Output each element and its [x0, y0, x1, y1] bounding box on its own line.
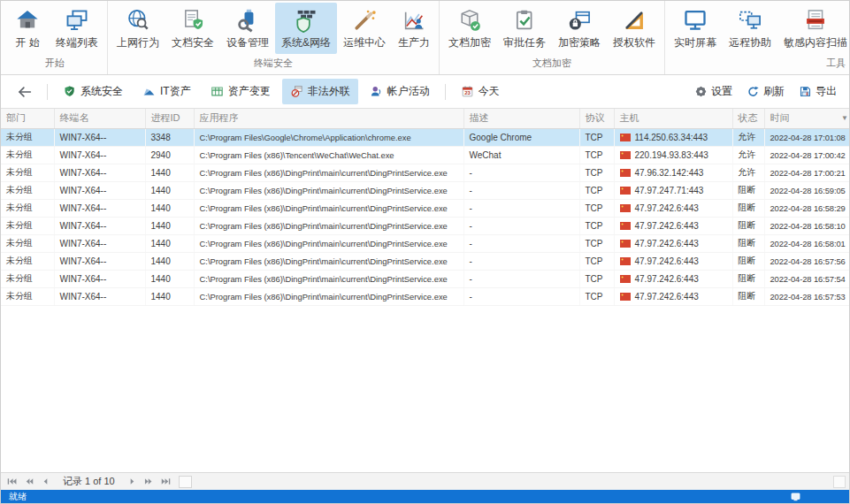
subbar-actions: 设置刷新导出	[691, 80, 840, 103]
cell-process-id: 1440	[145, 199, 194, 217]
flag-icon	[620, 293, 631, 301]
cell-department: 未分组	[1, 181, 54, 199]
cell-department: 未分组	[1, 234, 54, 252]
table-row[interactable]: 未分组WIN7-X64--1440C:\Program Files (x86)\…	[1, 217, 849, 234]
ribbon-button-label: 实时屏幕	[674, 35, 716, 50]
ribbon-button-license-software[interactable]: 授权软件	[607, 3, 662, 54]
ribbon-button-doc-security[interactable]: 文档安全	[165, 3, 220, 54]
column-header-5[interactable]: 协议	[579, 109, 614, 128]
ribbon-button-content-scan[interactable]: 敏感内容扫描	[777, 3, 850, 54]
cell-process-id: 1440	[145, 287, 194, 305]
first-page-button[interactable]	[4, 475, 19, 488]
cell-status: 允许	[732, 128, 764, 146]
ribbon-button-label: 终端列表	[56, 35, 98, 50]
remote-assist-icon	[738, 8, 762, 33]
cell-status: 阻断	[732, 199, 764, 217]
column-header-7[interactable]: 状态	[732, 109, 764, 128]
filter-dropdown-icon[interactable]: ▼	[841, 115, 848, 122]
flag-icon	[620, 222, 631, 230]
date-filter-button[interactable]: 23 今天	[453, 79, 508, 104]
cell-protocol: TCP	[579, 217, 614, 234]
grid-body: 未分组WIN7-X64--3348C:\Program Files\Google…	[1, 128, 849, 305]
terminal-list-icon	[65, 8, 89, 33]
content-scan-icon	[803, 8, 828, 33]
ribbon-button-realtime-screen[interactable]: 实时屏幕	[668, 3, 723, 54]
table-row[interactable]: 未分组WIN7-X64--1440C:\Program Files (x86)\…	[1, 181, 849, 199]
prev-fast-button[interactable]	[21, 475, 36, 488]
column-header-6[interactable]: 主机	[614, 109, 732, 128]
action-label: 设置	[711, 84, 732, 99]
cell-application-path: C:\Program Files (x86)\DingPrint\main\cu…	[194, 252, 463, 270]
ribbon-button-label: 文档加密	[448, 35, 491, 50]
refresh-button[interactable]: 刷新	[743, 80, 788, 103]
last-page-button[interactable]	[158, 475, 173, 488]
column-header-2[interactable]: 进程ID	[145, 109, 194, 128]
table-row[interactable]: 未分组WIN7-X64--1440C:\Program Files (x86)\…	[1, 287, 849, 305]
back-button[interactable]	[10, 80, 40, 103]
cell-time: 2022-04-28 16:58:01	[764, 234, 849, 252]
tab-system-security[interactable]: 系统安全	[55, 79, 131, 104]
tab-account-activity[interactable]: 帐户活动	[362, 79, 438, 104]
flag-icon	[620, 204, 631, 212]
table-row[interactable]: 未分组WIN7-X64--1440C:\Program Files (x86)\…	[1, 252, 849, 270]
ribbon-button-device-manage[interactable]: 设备管理	[220, 3, 275, 54]
flag-icon	[620, 187, 631, 195]
table-row[interactable]: 未分组WIN7-X64--3348C:\Program Files\Google…	[1, 128, 849, 146]
cell-status: 阻断	[732, 234, 764, 252]
prev-button[interactable]	[38, 475, 53, 488]
column-header-1[interactable]: 终端名	[54, 109, 145, 128]
cell-time: 2022-04-28 17:00:42	[764, 146, 849, 164]
ribbon-group: 开 始终端列表开始	[3, 1, 108, 74]
ribbon-button-label: 文档安全	[172, 35, 214, 50]
ribbon-button-approval-task[interactable]: 审批任务	[497, 3, 552, 54]
table-row[interactable]: 未分组WIN7-X64--1440C:\Program Files (x86)\…	[1, 199, 849, 217]
ribbon-button-productivity[interactable]: 生产力	[392, 3, 436, 54]
ribbon-button-remote-assist[interactable]: 远程协助	[723, 3, 777, 54]
ribbon-button-system-network[interactable]: 系统&网络	[275, 3, 337, 54]
cell-terminal-name: WIN7-X64--	[54, 252, 145, 270]
cell-department: 未分组	[1, 217, 54, 234]
tab-illegal-connect[interactable]: 非法外联	[282, 79, 358, 104]
table-row[interactable]: 未分组WIN7-X64--1440C:\Program Files (x86)\…	[1, 270, 849, 287]
cell-description: Google Chrome	[463, 128, 579, 146]
column-header-3[interactable]: 应用程序	[194, 109, 463, 128]
next-button[interactable]	[125, 475, 140, 488]
cell-process-id: 3348	[145, 128, 194, 146]
ribbon-button-home[interactable]: 开 始	[5, 3, 50, 54]
column-header-8[interactable]: 时间▼	[764, 109, 849, 128]
ribbon-button-doc-encrypt[interactable]: 文档加密	[442, 3, 497, 54]
table-row[interactable]: 未分组WIN7-X64--2940C:\Program Files (x86)\…	[1, 146, 849, 164]
tab-label: IT资产	[160, 84, 191, 99]
flag-icon	[620, 134, 631, 141]
cell-process-id: 1440	[145, 181, 194, 199]
ribbon-button-label: 设备管理	[226, 35, 269, 50]
cell-protocol: TCP	[579, 146, 614, 164]
column-header-0[interactable]: 部门	[1, 109, 54, 128]
cell-terminal-name: WIN7-X64--	[54, 128, 145, 146]
table-row[interactable]: 未分组WIN7-X64--1440C:\Program Files (x86)\…	[1, 164, 849, 181]
table-row[interactable]: 未分组WIN7-X64--1440C:\Program Files (x86)\…	[1, 234, 849, 252]
column-header-4[interactable]: 描述	[463, 109, 579, 128]
account-activity-icon	[370, 85, 383, 98]
tab-asset-change[interactable]: 资产变更	[203, 79, 279, 104]
settings-gear-button[interactable]: 设置	[691, 80, 736, 103]
cell-host: 47.97.242.6:443	[614, 217, 732, 234]
cell-host: 114.250.63.34:443	[614, 128, 732, 146]
flag-icon	[620, 169, 631, 177]
cell-terminal-name: WIN7-X64--	[54, 199, 145, 217]
cell-process-id: 1440	[145, 252, 194, 270]
export-button[interactable]: 导出	[795, 80, 840, 103]
connections-table: 部门终端名进程ID应用程序描述协议主机状态时间▼ 未分组WIN7-X64--33…	[1, 109, 849, 306]
ribbon-group-label: 终端安全	[111, 55, 436, 74]
ribbon-button-encrypt-policy[interactable]: 加密策略	[552, 3, 607, 54]
ribbon-button-terminal-list[interactable]: 终端列表	[50, 3, 104, 54]
pager-grip	[179, 476, 192, 488]
cell-status: 允许	[732, 164, 764, 181]
next-fast-button[interactable]	[142, 475, 157, 488]
tab-it-asset[interactable]: IT资产	[134, 79, 199, 104]
cell-host: 47.97.242.6:443	[614, 252, 732, 270]
asset-change-icon	[211, 85, 224, 98]
ribbon-button-web-behavior[interactable]: 上网行为	[111, 3, 165, 54]
cell-terminal-name: WIN7-X64--	[54, 217, 145, 234]
ribbon-button-ops-center[interactable]: 运维中心	[337, 3, 392, 54]
